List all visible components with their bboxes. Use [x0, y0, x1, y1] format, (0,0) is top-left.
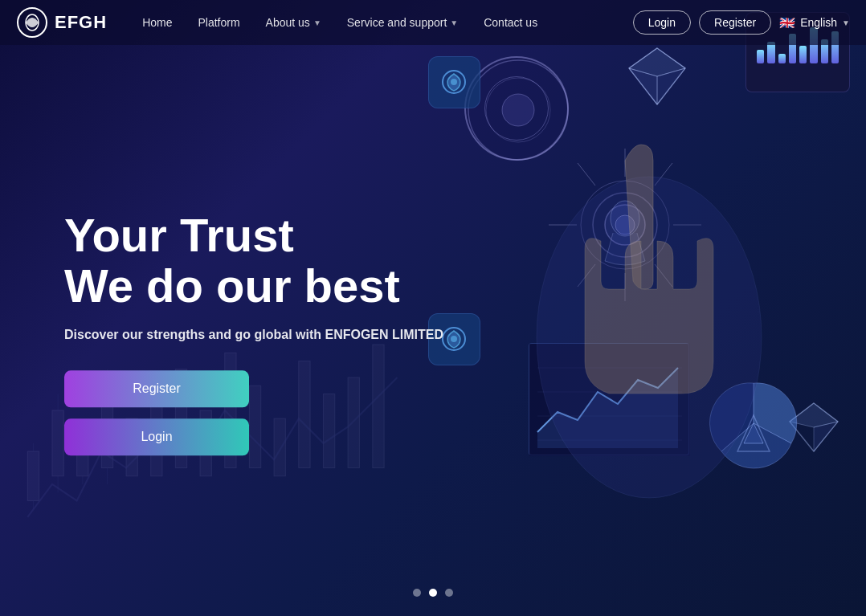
flag-icon: 🇬🇧	[779, 15, 795, 31]
register-button[interactable]: Register	[699, 10, 771, 35]
nav-platform[interactable]: Platform	[186, 10, 251, 35]
bar-3	[778, 54, 786, 64]
logo-icon	[16, 6, 48, 39]
language-dropdown-arrow: ▼	[842, 18, 850, 27]
about-dropdown-arrow: ▼	[313, 18, 321, 27]
nav-service[interactable]: Service and support ▼	[336, 10, 469, 35]
language-selector[interactable]: 🇬🇧 English ▼	[779, 15, 850, 31]
hero-title: Your Trust We do our best	[64, 210, 443, 312]
logo[interactable]: EFGH	[16, 6, 107, 39]
nav-right: Login Register 🇬🇧 English ▼	[633, 10, 850, 35]
hero-login-button[interactable]: Login	[64, 418, 249, 455]
nav-service-label: Service and support	[347, 16, 447, 29]
dot-2[interactable]	[429, 589, 437, 597]
nav-about[interactable]: About us ▼	[255, 10, 333, 35]
hero-title-line1: Your Trust	[64, 209, 294, 261]
hero-buttons: Register Login	[64, 370, 249, 455]
svg-rect-3	[52, 410, 63, 476]
nav-home[interactable]: Home	[131, 10, 183, 35]
hero-section: EFGH Home Platform About us ▼ Service an…	[0, 0, 866, 616]
bar-5	[799, 46, 807, 64]
login-button[interactable]: Login	[633, 10, 691, 35]
hero-content: Your Trust We do our best Discover our s…	[64, 210, 443, 456]
hand-decoration	[424, 80, 826, 546]
service-dropdown-arrow: ▼	[450, 18, 458, 27]
svg-rect-0	[27, 451, 39, 500]
hero-subtitle: Discover our strengths and go global wit…	[64, 328, 443, 342]
navbar: EFGH Home Platform About us ▼ Service an…	[0, 0, 866, 45]
dot-1[interactable]	[413, 589, 421, 597]
carousel-dots	[413, 589, 453, 597]
language-label: English	[800, 16, 837, 29]
nav-contact[interactable]: Contact us	[472, 10, 549, 35]
brand-name: EFGH	[55, 12, 107, 33]
nav-links: Home Platform About us ▼ Service and sup…	[131, 10, 633, 35]
hero-title-line2: We do our best	[64, 260, 400, 312]
bar-1	[757, 50, 764, 64]
nav-about-label: About us	[266, 16, 310, 29]
dot-3[interactable]	[445, 589, 453, 597]
hero-register-button[interactable]: Register	[64, 370, 249, 407]
